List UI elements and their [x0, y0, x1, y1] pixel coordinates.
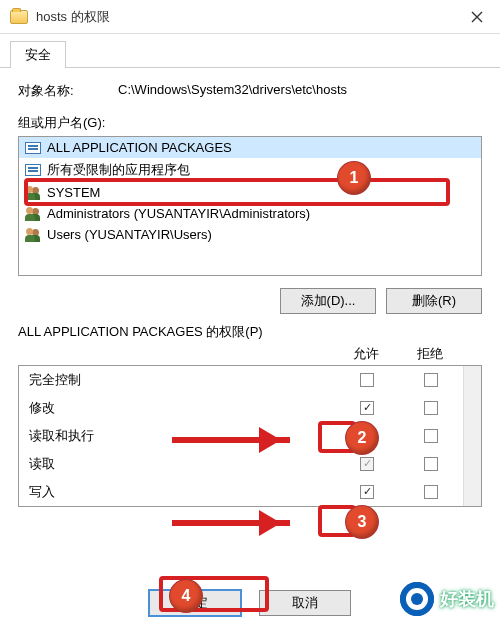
permission-row: 读取和执行	[19, 422, 463, 450]
users-icon	[25, 228, 41, 242]
remove-button[interactable]: 删除(R)	[386, 288, 482, 314]
watermark-text: 好装机	[440, 587, 494, 611]
users-icon	[25, 186, 41, 200]
list-item-label: Users (YUSANTAYIR\Users)	[47, 227, 212, 242]
list-item[interactable]: Administrators (YUSANTAYIR\Administrator…	[19, 203, 481, 224]
list-item-label: ALL APPLICATION PACKAGES	[47, 140, 232, 155]
scrollbar[interactable]	[463, 366, 481, 506]
col-deny: 拒绝	[398, 345, 462, 363]
permissions-table: 完全控制修改读取和执行读取写入	[18, 365, 482, 507]
permissions-header-label: ALL APPLICATION PACKAGES 的权限(P)	[18, 324, 482, 341]
annotation-arrow-3	[172, 520, 290, 526]
object-label: 对象名称:	[18, 82, 118, 100]
list-item[interactable]: ALL APPLICATION PACKAGES	[19, 137, 481, 158]
permission-name: 读取	[29, 455, 335, 473]
cancel-button[interactable]: 取消	[259, 590, 351, 616]
object-path: C:\Windows\System32\drivers\etc\hosts	[118, 82, 347, 100]
list-item-label: 所有受限制的应用程序包	[47, 161, 190, 179]
watermark: 好装机	[400, 582, 494, 616]
annotation-badge-4: 4	[170, 580, 202, 612]
list-item[interactable]: Users (YUSANTAYIR\Users)	[19, 224, 481, 245]
watermark-eye-icon	[400, 582, 434, 616]
checkbox[interactable]	[360, 373, 374, 387]
tab-content: 对象名称: C:\Windows\System32\drivers\etc\ho…	[0, 67, 500, 517]
folder-icon	[10, 10, 28, 24]
list-item-label: SYSTEM	[47, 185, 100, 200]
close-button[interactable]	[454, 0, 500, 34]
permission-row: 完全控制	[19, 366, 463, 394]
annotation-badge-2: 2	[346, 422, 378, 454]
list-item[interactable]: 所有受限制的应用程序包	[19, 158, 481, 182]
tab-strip: 安全	[10, 40, 500, 67]
annotation-arrow-2	[172, 437, 290, 443]
annotation-badge-1: 1	[338, 162, 370, 194]
list-item-label: Administrators (YUSANTAYIR\Administrator…	[47, 206, 310, 221]
permission-name: 修改	[29, 399, 335, 417]
checkbox[interactable]	[424, 457, 438, 471]
permissions-columns: 允许 拒绝	[18, 345, 482, 365]
permission-row: 修改	[19, 394, 463, 422]
window-title: hosts 的权限	[36, 8, 454, 26]
permission-row: 写入	[19, 478, 463, 506]
list-item[interactable]: SYSTEM	[19, 182, 481, 203]
col-allow: 允许	[334, 345, 398, 363]
groups-label: 组或用户名(G):	[18, 114, 482, 132]
package-icon	[25, 164, 41, 176]
checkbox[interactable]	[424, 429, 438, 443]
checkbox[interactable]	[424, 401, 438, 415]
add-button[interactable]: 添加(D)...	[280, 288, 376, 314]
tab-security[interactable]: 安全	[10, 41, 66, 68]
permission-name: 写入	[29, 483, 335, 501]
permission-row: 读取	[19, 450, 463, 478]
groups-listbox[interactable]: ALL APPLICATION PACKAGES所有受限制的应用程序包SYSTE…	[18, 136, 482, 276]
checkbox[interactable]	[424, 485, 438, 499]
annotation-badge-3: 3	[346, 506, 378, 538]
checkbox[interactable]	[360, 401, 374, 415]
titlebar: hosts 的权限	[0, 0, 500, 34]
package-icon	[25, 142, 41, 154]
checkbox	[360, 457, 374, 471]
checkbox[interactable]	[424, 373, 438, 387]
object-row: 对象名称: C:\Windows\System32\drivers\etc\ho…	[18, 82, 482, 100]
permission-name: 完全控制	[29, 371, 335, 389]
users-icon	[25, 207, 41, 221]
checkbox[interactable]	[360, 485, 374, 499]
